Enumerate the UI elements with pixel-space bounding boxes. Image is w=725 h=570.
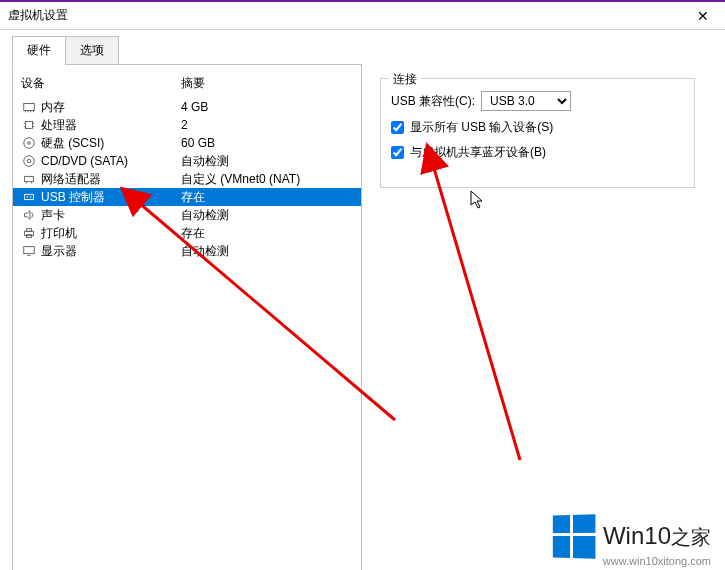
- device-name: 打印机: [41, 225, 181, 242]
- usb-compat-label: USB 兼容性(C):: [391, 93, 475, 110]
- device-name: CD/DVD (SATA): [41, 154, 181, 168]
- device-row-printer[interactable]: 打印机 存在: [13, 224, 361, 242]
- device-name: 硬盘 (SCSI): [41, 135, 181, 152]
- device-summary: 60 GB: [181, 136, 353, 150]
- device-name: USB 控制器: [41, 189, 181, 206]
- tab-bar: 硬件 选项: [12, 36, 725, 65]
- device-name: 处理器: [41, 117, 181, 134]
- device-summary: 4 GB: [181, 100, 353, 114]
- device-row-cd[interactable]: CD/DVD (SATA) 自动检测: [13, 152, 361, 170]
- usb-icon: [21, 189, 37, 205]
- device-summary: 自动检测: [181, 207, 353, 224]
- watermark-url: www.win10xitong.com: [603, 555, 711, 567]
- svg-point-18: [27, 197, 28, 198]
- device-row-usb[interactable]: USB 控制器 存在: [13, 188, 361, 206]
- svg-rect-5: [26, 122, 33, 129]
- svg-point-13: [27, 159, 31, 163]
- usb-compat-select[interactable]: USB 3.0: [481, 91, 571, 111]
- watermark-brand: Win10: [603, 522, 671, 549]
- device-summary: 2: [181, 118, 353, 132]
- device-summary: 自动检测: [181, 243, 353, 260]
- device-summary: 存在: [181, 189, 353, 206]
- cd-icon: [21, 153, 37, 169]
- display-icon: [21, 243, 37, 259]
- memory-icon: [21, 99, 37, 115]
- svg-point-11: [28, 142, 31, 145]
- device-name: 声卡: [41, 207, 181, 224]
- window-title: 虚拟机设置: [8, 7, 68, 24]
- device-summary: 存在: [181, 225, 353, 242]
- sound-icon: [21, 207, 37, 223]
- device-summary: 自定义 (VMnet0 (NAT): [181, 171, 353, 188]
- device-list-panel: 设备 摘要 内存 4 GB 处理器 2 硬盘 (SCSI) 60 GB CD/D…: [12, 64, 362, 570]
- watermark: Win10之家: [552, 515, 711, 558]
- share-bluetooth-checkbox[interactable]: [391, 146, 404, 159]
- connection-group: 连接 USB 兼容性(C): USB 3.0 显示所有 USB 输入设备(S) …: [380, 78, 695, 188]
- svg-rect-23: [24, 247, 35, 254]
- settings-panel: 连接 USB 兼容性(C): USB 3.0 显示所有 USB 输入设备(S) …: [380, 64, 713, 570]
- share-bluetooth-label: 与虚拟机共享蓝牙设备(B): [410, 144, 546, 161]
- device-list-header: 设备 摘要: [13, 71, 361, 98]
- device-row-cpu[interactable]: 处理器 2: [13, 116, 361, 134]
- windows-logo-icon: [553, 514, 596, 558]
- show-all-usb-label: 显示所有 USB 输入设备(S): [410, 119, 553, 136]
- disk-icon: [21, 135, 37, 151]
- device-row-network[interactable]: 网络适配器 自定义 (VMnet0 (NAT): [13, 170, 361, 188]
- svg-point-12: [24, 156, 35, 167]
- device-row-disk[interactable]: 硬盘 (SCSI) 60 GB: [13, 134, 361, 152]
- svg-point-10: [24, 138, 35, 149]
- tab-options[interactable]: 选项: [65, 36, 119, 65]
- svg-point-19: [30, 197, 31, 198]
- printer-icon: [21, 225, 37, 241]
- show-all-usb-checkbox[interactable]: [391, 121, 404, 134]
- close-icon: ✕: [697, 8, 709, 24]
- tab-hardware[interactable]: 硬件: [12, 36, 66, 65]
- svg-rect-14: [25, 176, 34, 181]
- cursor-icon: [470, 190, 486, 210]
- svg-rect-21: [26, 229, 31, 232]
- cpu-icon: [21, 117, 37, 133]
- header-device: 设备: [21, 75, 181, 92]
- header-summary: 摘要: [181, 75, 353, 92]
- device-row-memory[interactable]: 内存 4 GB: [13, 98, 361, 116]
- device-name: 网络适配器: [41, 171, 181, 188]
- connection-group-title: 连接: [389, 71, 421, 88]
- device-name: 显示器: [41, 243, 181, 260]
- device-row-sound[interactable]: 声卡 自动检测: [13, 206, 361, 224]
- svg-rect-17: [25, 194, 34, 199]
- device-row-display[interactable]: 显示器 自动检测: [13, 242, 361, 260]
- device-name: 内存: [41, 99, 181, 116]
- network-icon: [21, 171, 37, 187]
- close-button[interactable]: ✕: [680, 2, 725, 30]
- device-summary: 自动检测: [181, 153, 353, 170]
- watermark-suffix: 之家: [671, 526, 711, 548]
- svg-rect-0: [24, 104, 35, 111]
